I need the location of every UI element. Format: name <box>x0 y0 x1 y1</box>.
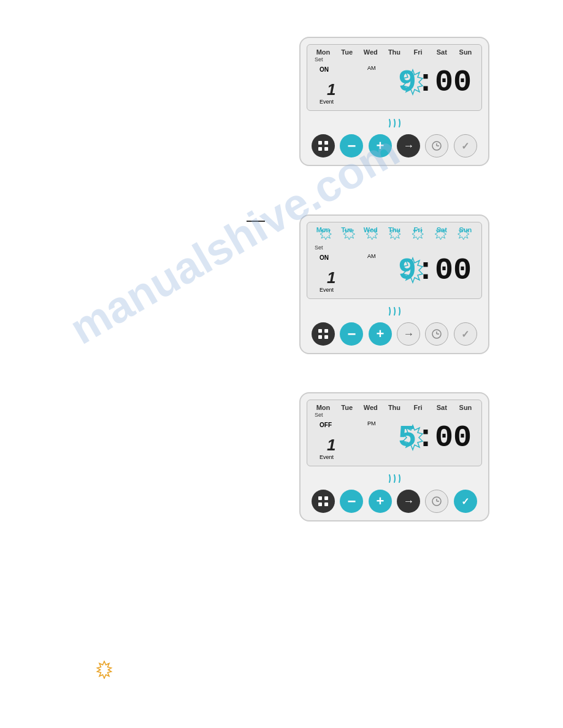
device-1-event-label: Event <box>320 99 334 105</box>
device-2-set-label: Set <box>313 245 475 251</box>
device-2-btn-clock[interactable] <box>425 322 448 346</box>
svg-rect-24 <box>318 496 322 500</box>
device-1-screen: Mon Tue Wed Thu Fri Sat Sun Set ON AM 1 <box>307 44 482 111</box>
device-2-day-area: Mon Tue Wed Thu Fri Sat Sun <box>313 226 475 245</box>
svg-rect-17 <box>324 329 328 333</box>
day3-fri: Fri <box>410 404 427 411</box>
device-3-btn-minus[interactable]: − <box>340 490 363 513</box>
device-3-digital-time: 5 : 00 <box>398 423 472 453</box>
device-3-set-label: Set <box>313 412 475 418</box>
device-2-on-off: ON <box>320 254 329 261</box>
day2-sat: Sat <box>433 226 450 233</box>
day2-fri: Fri <box>410 226 427 233</box>
day-tue: Tue <box>339 48 356 56</box>
device-3-btn-plus[interactable]: + <box>369 490 392 513</box>
day-thu: Thu <box>386 48 403 56</box>
svg-rect-4 <box>324 147 328 151</box>
device-1-buttons: − + → ✓ <box>307 133 482 159</box>
svg-rect-1 <box>318 141 322 145</box>
device-2-btn-plus[interactable]: + <box>369 322 392 346</box>
day3-mon: Mon <box>315 404 332 411</box>
day2-thu: Thu <box>386 226 403 233</box>
device-2: Mon Tue Wed Thu Fri Sat Sun Set ON AM 1 … <box>299 214 489 354</box>
device-2-screen: Mon Tue Wed Thu Fri Sat Sun Set ON AM 1 … <box>307 222 482 299</box>
device-2-sep: : <box>416 256 435 286</box>
day2-mon: Mon <box>315 226 332 233</box>
device-3-hour: 5 <box>398 423 416 453</box>
device-3-btn-check[interactable]: ✓ <box>454 490 477 513</box>
device-2-time-area: ON AM 1 9 : 00 Event <box>313 252 475 294</box>
device-3-buttons: − + → ✓ <box>307 488 482 514</box>
day3-sat: Sat <box>433 404 450 411</box>
device-1-btn-clock[interactable] <box>425 134 448 157</box>
device-1-btn-arrow[interactable]: → <box>397 134 420 157</box>
day3-wed: Wed <box>362 404 379 411</box>
device-3-btn-grid[interactable] <box>312 490 335 513</box>
svg-marker-31 <box>98 661 112 678</box>
device-1-hour: 9 <box>398 67 416 98</box>
device-2-steam-icon <box>385 304 404 316</box>
device-1: Mon Tue Wed Thu Fri Sat Sun Set ON AM 1 <box>299 37 489 166</box>
svg-rect-25 <box>324 496 328 500</box>
device-1-set-label: Set <box>313 56 475 63</box>
day2-wed: Wed <box>362 226 379 233</box>
device-2-buttons: − + → ✓ <box>307 321 482 347</box>
device-3-time-area: OFF PM 1 5 : 00 Event <box>313 419 475 461</box>
device-3-steam-row <box>307 471 482 486</box>
device-1-time-area: ON AM 1 9 : 00 Event <box>313 64 475 105</box>
device-1-btn-plus[interactable]: + <box>369 134 392 157</box>
device-1-btn-minus[interactable]: − <box>340 134 363 157</box>
svg-rect-18 <box>318 335 322 339</box>
device-3-screen: Mon Tue Wed Thu Fri Sat Sun Set OFF PM 1… <box>307 400 482 466</box>
svg-rect-26 <box>318 502 322 506</box>
device-1-btn-grid[interactable] <box>312 134 335 157</box>
device-2-min: 00 <box>435 256 472 286</box>
device-3-event-label: Event <box>320 454 334 460</box>
device-1-digital-time: 9 : 00 <box>398 67 472 98</box>
day-mon: Mon <box>315 48 332 56</box>
device-2-btn-arrow[interactable]: → <box>397 322 420 346</box>
device-2-btn-grid[interactable] <box>312 322 335 346</box>
device-3-min: 00 <box>435 423 472 453</box>
day-wed: Wed <box>362 48 379 56</box>
device-1-steam-icon <box>385 116 404 128</box>
device-2-btn-check[interactable]: ✓ <box>454 322 477 346</box>
device-2-event-num: 1 <box>327 268 335 287</box>
device-3-on-off: OFF <box>320 422 332 428</box>
device-3-btn-clock[interactable] <box>425 490 448 513</box>
device-3-am-pm: PM <box>367 420 376 427</box>
device-1-on-off: ON <box>320 66 329 73</box>
svg-rect-19 <box>324 335 328 339</box>
svg-rect-27 <box>324 502 328 506</box>
device-2-btn-minus[interactable]: − <box>340 322 363 346</box>
device-2-steam-row <box>307 304 482 319</box>
day2-tue: Tue <box>339 226 356 233</box>
device-3-steam-icon <box>385 471 404 483</box>
device-3-btn-arrow[interactable]: → <box>397 490 420 513</box>
day3-thu: Thu <box>386 404 403 411</box>
device-1-steam-row <box>307 116 482 131</box>
device-3: Mon Tue Wed Thu Fri Sat Sun Set OFF PM 1… <box>299 392 489 521</box>
device-1-day-row: Mon Tue Wed Thu Fri Sat Sun <box>313 48 475 56</box>
device-3-day-row: Mon Tue Wed Thu Fri Sat Sun <box>313 404 475 411</box>
svg-rect-2 <box>324 141 328 145</box>
device-3-event-num: 1 <box>327 436 335 455</box>
svg-rect-3 <box>318 147 322 151</box>
device-2-am-pm: AM <box>367 253 376 259</box>
dash-separator <box>247 221 265 222</box>
device-3-sep: : <box>416 423 435 453</box>
svg-rect-16 <box>318 329 322 333</box>
device-1-btn-check[interactable]: ✓ <box>454 134 477 157</box>
day-fri: Fri <box>410 48 427 56</box>
device-1-am-pm: AM <box>367 65 376 71</box>
device-2-digital-time: 9 : 00 <box>398 256 472 286</box>
device-1-event-num: 1 <box>327 80 335 99</box>
device-2-hour: 9 <box>398 256 416 286</box>
day3-tue: Tue <box>339 404 356 411</box>
device-1-sep: : <box>416 67 435 98</box>
day3-sun: Sun <box>457 404 474 411</box>
day2-sun: Sun <box>457 226 474 233</box>
device-2-day-row: Mon Tue Wed Thu Fri Sat Sun <box>313 226 475 233</box>
bottom-sunburst <box>95 661 113 681</box>
day-sat: Sat <box>433 48 450 56</box>
